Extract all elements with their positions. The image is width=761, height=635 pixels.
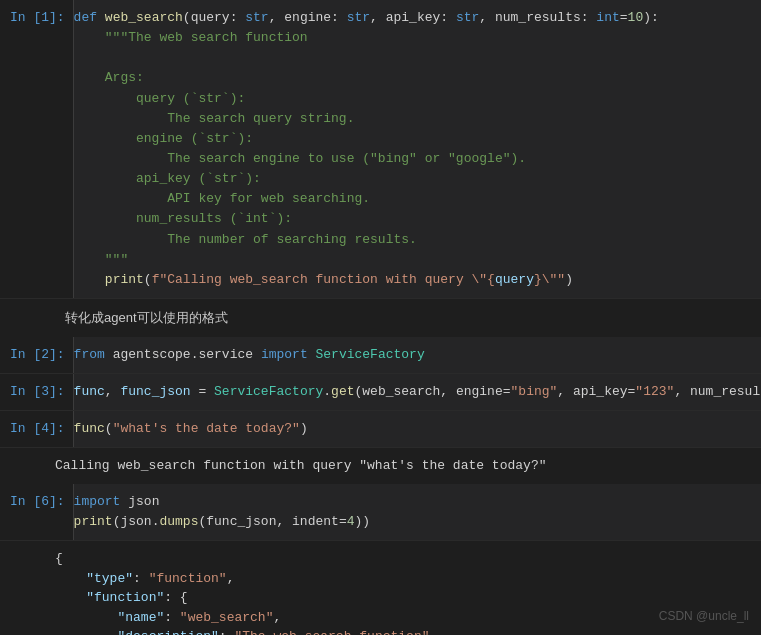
cell-4-content[interactable]: func("what's the date today?") bbox=[73, 411, 761, 447]
text-cell: 转化成agent可以使用的格式 bbox=[0, 299, 761, 337]
cell-2: In [2]: from agentscope.service import S… bbox=[0, 337, 761, 374]
cell-4-label: In [4]: bbox=[0, 411, 73, 447]
cell-2-label: In [2]: bbox=[0, 337, 73, 373]
notebook: In [1]: def web_search(query: str, engin… bbox=[0, 0, 761, 635]
cell-2-content[interactable]: from agentscope.service import ServiceFa… bbox=[73, 337, 761, 373]
watermark: CSDN @uncle_ll bbox=[659, 609, 749, 623]
cell-6: In [6]: import json print(json.dumps(fun… bbox=[0, 484, 761, 541]
cell-1-label: In [1]: bbox=[0, 0, 73, 36]
cell-6-label: In [6]: bbox=[0, 484, 73, 520]
output-4: Calling web_search function with query "… bbox=[0, 448, 761, 484]
output-4-content: Calling web_search function with query "… bbox=[55, 452, 761, 480]
cell-3: In [3]: func, func_json = ServiceFactory… bbox=[0, 374, 761, 411]
cell-3-label: In [3]: bbox=[0, 374, 73, 410]
output-6: { "type": "function", "function": { "nam… bbox=[0, 541, 761, 635]
cell-3-content[interactable]: func, func_json = ServiceFactory.get(web… bbox=[73, 374, 761, 410]
output-6-label bbox=[0, 545, 55, 553]
cell-1: In [1]: def web_search(query: str, engin… bbox=[0, 0, 761, 299]
text-content: 转化成agent可以使用的格式 bbox=[55, 305, 761, 331]
cell-4: In [4]: func("what's the date today?") bbox=[0, 411, 761, 448]
cell-6-content[interactable]: import json print(json.dumps(func_json, … bbox=[73, 484, 761, 540]
cell-1-content[interactable]: def web_search(query: str, engine: str, … bbox=[73, 0, 761, 298]
output-6-content: { "type": "function", "function": { "nam… bbox=[55, 545, 761, 635]
output-4-label bbox=[0, 452, 55, 460]
